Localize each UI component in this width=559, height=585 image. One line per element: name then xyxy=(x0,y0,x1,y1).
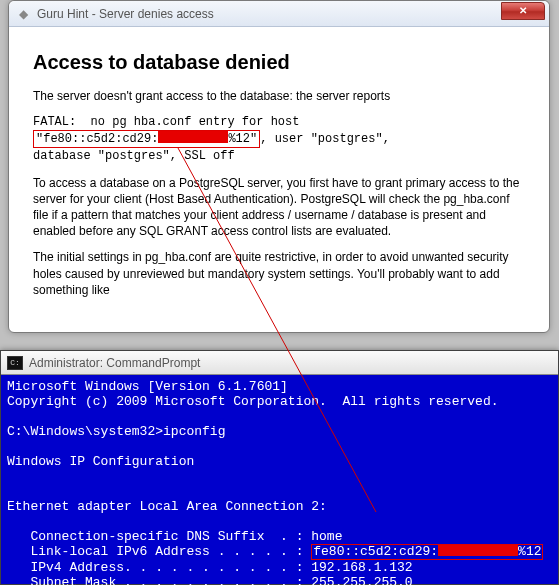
window-title: Guru Hint - Server denies access xyxy=(37,7,501,21)
error-rest: , user "postgres", xyxy=(260,132,390,146)
guru-titlebar[interactable]: ◆ Guru Hint - Server denies access ✕ xyxy=(9,1,549,27)
cmd-window: C: Administrator: CommandPrompt Microsof… xyxy=(0,350,559,585)
cmd-prompt-line: C:\Windows\system32>ipconfig xyxy=(7,424,225,439)
close-button[interactable]: ✕ xyxy=(501,2,545,20)
app-icon: ◆ xyxy=(15,6,31,22)
error-line3: database "postgres", SSL off xyxy=(33,149,235,163)
cmd-body[interactable]: Microsoft Windows [Version 6.1.7601] Cop… xyxy=(1,375,558,585)
cmd-icon: C: xyxy=(7,356,23,370)
cmd-dns-line: Connection-specific DNS Suffix . : home xyxy=(7,529,342,544)
cmd-ipv6-label: Link-local IPv6 Address . . . . . : xyxy=(7,544,311,559)
cmd-ipv4-line: IPv4 Address. . . . . . . . . . . : 192.… xyxy=(7,560,413,575)
host-highlight-box: "fe80::c5d2:cd29:%12" xyxy=(33,130,260,148)
host-prefix: "fe80::c5d2:cd29: xyxy=(36,132,158,146)
redacted-segment xyxy=(158,131,228,143)
explain-para-1: To access a database on a PostgreSQL ser… xyxy=(33,175,525,240)
explain-para-2: The initial settings in pg_hba.conf are … xyxy=(33,249,525,298)
guru-content: Access to database denied The server doe… xyxy=(19,37,539,322)
cmd-section-heading: Windows IP Configuration xyxy=(7,454,194,469)
host-suffix: %12" xyxy=(228,132,257,146)
cmd-adapter-heading: Ethernet adapter Local Area Connection 2… xyxy=(7,499,327,514)
cmd-titlebar[interactable]: C: Administrator: CommandPrompt xyxy=(1,351,558,375)
cmd-title: Administrator: CommandPrompt xyxy=(29,356,200,370)
cmd-mask-line: Subnet Mask . . . . . . . . . . . : 255.… xyxy=(7,575,413,585)
cmd-banner-1: Microsoft Windows [Version 6.1.7601] xyxy=(7,379,288,394)
ipv6-highlight-box: fe80::c5d2:cd29:%12 xyxy=(311,544,543,560)
page-heading: Access to database denied xyxy=(33,49,525,76)
close-icon: ✕ xyxy=(519,5,527,16)
guru-hint-window: ◆ Guru Hint - Server denies access ✕ Acc… xyxy=(8,0,550,333)
redacted-segment xyxy=(438,545,518,556)
ipv6-prefix: fe80::c5d2:cd29: xyxy=(313,544,438,559)
error-line1: FATAL: no pg hba.conf entry for host xyxy=(33,115,299,129)
intro-text: The server doesn't grant access to the d… xyxy=(33,88,525,104)
ipv6-suffix: %12 xyxy=(518,544,541,559)
error-block: FATAL: no pg hba.conf entry for host "fe… xyxy=(33,114,525,164)
cmd-banner-2: Copyright (c) 2009 Microsoft Corporation… xyxy=(7,394,498,409)
